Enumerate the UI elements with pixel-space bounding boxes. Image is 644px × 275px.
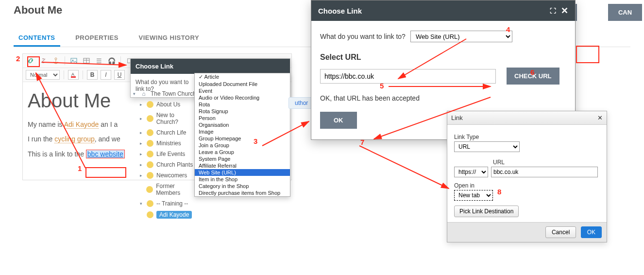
ltype-option[interactable]: Organisation <box>195 121 290 128</box>
ltype-option-selected[interactable]: Web Site (URL) <box>195 169 290 176</box>
tree-item[interactable]: Former Members <box>133 181 196 198</box>
link-dlg-title: Link <box>451 114 463 121</box>
svg-point-0 <box>55 58 57 60</box>
hr-icon[interactable]: ☰ <box>94 56 104 66</box>
ltype-option[interactable]: Join a Group <box>195 142 290 149</box>
ltype-option[interactable]: Image <box>195 128 290 135</box>
anchor-icon[interactable] <box>51 56 61 66</box>
annot-num-2: 2 <box>16 54 20 63</box>
tree-item[interactable]: ▸About Us <box>133 99 196 110</box>
modal-title: Choose Link <box>318 7 362 15</box>
italic-button[interactable]: I <box>101 70 111 80</box>
tree-item[interactable]: ▸New to Church? <box>133 110 196 127</box>
link-type-select[interactable]: Web Site (URL) <box>410 31 512 42</box>
svg-line-12 <box>359 146 449 189</box>
ok-button[interactable]: OK <box>320 112 357 129</box>
link-type-menu[interactable]: Article Uploaded Document File Event Aud… <box>194 73 290 197</box>
svg-rect-1 <box>71 58 77 63</box>
ltype-option[interactable]: System Page <box>195 155 290 162</box>
ltype-option[interactable]: Item in the Shop <box>195 176 290 183</box>
ltype-option[interactable]: Rota <box>195 101 290 108</box>
home-icon: ⌂ <box>140 90 148 97</box>
table-icon[interactable] <box>82 56 91 66</box>
bold-button[interactable]: B <box>87 70 98 80</box>
tree-item[interactable]: ▸Church Life <box>133 127 196 138</box>
open-in-select[interactable]: New tab <box>454 190 493 201</box>
link-type-label: Link Type <box>454 134 600 140</box>
link-icon[interactable] <box>26 56 35 66</box>
ltype-option[interactable]: Category in the Shop <box>195 183 290 189</box>
select-url-heading: Select URL <box>320 53 566 62</box>
ltype-option[interactable]: Group Homepage <box>195 135 290 142</box>
link-type-field[interactable]: URL <box>454 141 520 152</box>
image-icon[interactable] <box>69 56 79 66</box>
cancel-button[interactable]: CAN <box>608 4 642 21</box>
url-status-text: OK, that URL has been accepted <box>320 94 566 102</box>
tree-badge-item[interactable]: Adi Kayode <box>133 209 196 221</box>
ltype-option[interactable]: Rota Signup <box>195 108 290 115</box>
unlink-icon[interactable] <box>38 56 48 66</box>
tab-contents[interactable]: CONTENTS <box>14 30 60 47</box>
close-icon[interactable]: ✕ <box>561 5 568 16</box>
link-properties-dialog: Link ✕ Link Type URL URL https:// Open i… <box>447 111 607 242</box>
tree-item[interactable]: ▾-- Training -- <box>133 198 196 209</box>
ltype-option[interactable]: Article <box>195 73 290 81</box>
tab-viewing-history[interactable]: VIEWING HISTORY <box>134 30 204 45</box>
block-format-select[interactable]: Normal <box>26 70 60 80</box>
dlg-ok-button[interactable]: OK <box>581 226 602 238</box>
ltype-option[interactable]: Audio or Video Recording <box>195 94 290 101</box>
ltype-option[interactable]: Leave a Group <box>195 149 290 155</box>
svg-text:A: A <box>71 72 74 77</box>
url-input[interactable] <box>320 69 496 84</box>
annot-box-right <box>576 46 599 63</box>
selected-text[interactable]: bbc website <box>86 150 125 158</box>
protocol-select[interactable]: https:// <box>454 167 488 177</box>
author-link[interactable]: Adi Kayode <box>64 120 99 129</box>
site-tree: ▾⌂The Town Church ▸About Us ▸New to Chur… <box>133 88 196 221</box>
check-url-button[interactable]: CHECK URL <box>507 68 559 85</box>
page-title: About Me <box>14 4 62 17</box>
media-icon[interactable]: 🎧 <box>107 56 117 66</box>
close-icon[interactable]: ✕ <box>597 114 603 121</box>
text-color-button[interactable]: A <box>68 70 79 80</box>
ltype-option[interactable]: Event <box>195 87 290 94</box>
tree-root[interactable]: ▾⌂The Town Church <box>133 88 196 99</box>
dlg-cancel-button[interactable]: Cancel <box>545 226 576 238</box>
ltype-option[interactable]: Person <box>195 115 290 121</box>
pick-destination-button[interactable]: Pick Link Destination <box>454 206 519 217</box>
expand-icon[interactable]: ⛶ <box>550 7 556 15</box>
cycling-link[interactable]: cycling group <box>54 135 95 143</box>
tab-properties[interactable]: PROPERTIES <box>70 30 123 45</box>
url-label: URL <box>493 159 600 166</box>
tree-item[interactable]: ▸Church Plants <box>133 159 196 170</box>
url-field[interactable] <box>491 167 598 177</box>
ltype-option[interactable]: Uploaded Document File <box>195 81 290 87</box>
open-in-label: Open in <box>454 182 600 189</box>
tree-item[interactable]: ▸Ministries <box>133 138 196 149</box>
modal-prompt: What do you want to link to? <box>320 33 406 40</box>
popover1-title: Choose Link <box>131 59 290 74</box>
underline-button[interactable]: U <box>114 70 125 80</box>
ltype-option[interactable]: Affiliate Referral <box>195 162 290 169</box>
tree-item[interactable]: ▸Newcomers <box>133 170 196 181</box>
tree-item[interactable]: ▸Life Events <box>133 149 196 159</box>
ltype-option[interactable]: Directly purchase items from Shop <box>195 189 290 196</box>
